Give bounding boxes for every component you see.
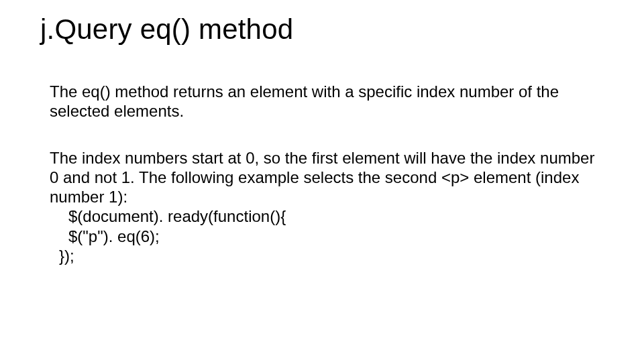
code-line-1: $(document). ready(function(){ <box>50 206 604 226</box>
paragraph-intro: The eq() method returns an element with … <box>40 82 604 121</box>
slide: j.Query eq() method The eq() method retu… <box>0 0 644 362</box>
code-line-2: $("p"). eq(6); <box>50 227 604 246</box>
body-text: The eq() method returns an element with … <box>40 82 604 265</box>
paragraph-example: The index numbers start at 0, so the fir… <box>40 148 604 266</box>
page-title: j.Query eq() method <box>40 15 604 44</box>
example-description: The index numbers start at 0, so the fir… <box>50 148 604 207</box>
code-line-3: }); <box>50 246 604 265</box>
